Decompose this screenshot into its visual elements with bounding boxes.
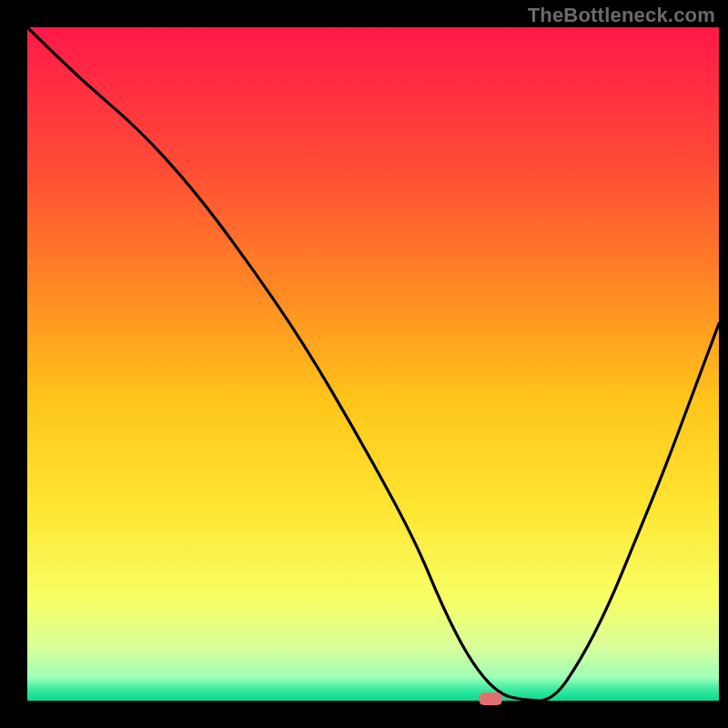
watermark-text: TheBottleneck.com	[528, 4, 715, 27]
bottleneck-chart	[0, 0, 728, 728]
chart-container: TheBottleneck.com	[0, 0, 728, 728]
optimal-marker	[479, 693, 502, 705]
plot-background	[27, 27, 719, 701]
